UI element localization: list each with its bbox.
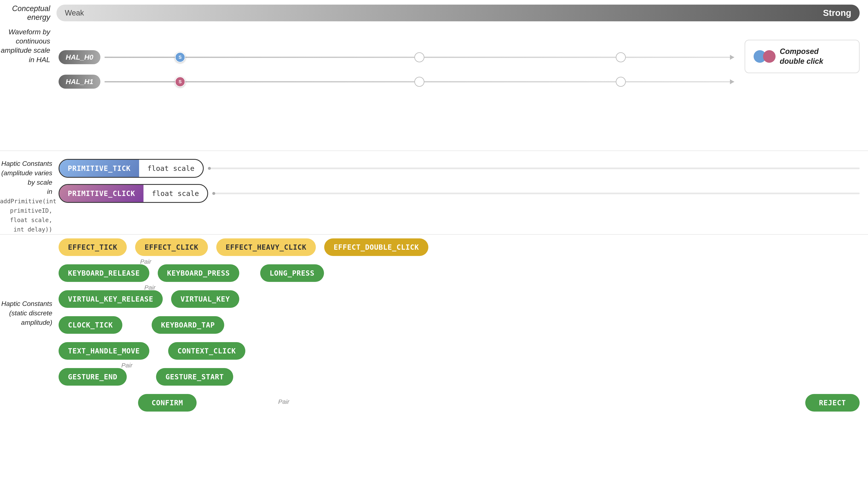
energy-weak-label: Weak [65,8,84,18]
primitives-section: PRIMITIVE_TICK float scale PRIMITIVE_CLI… [59,159,860,209]
hal-h0-dot-start[interactable]: S [175,52,185,63]
primitive-click-indicator [212,192,215,195]
hal-section: HAL_H0 S HAL_H1 S [59,42,860,99]
keyboard-release-pill[interactable]: KEYBOARD_RELEASE [59,264,149,282]
hal-h0-label: HAL_H0 [59,50,100,64]
primitive-tick-param: float scale [148,164,194,172]
hal-h1-dot-start[interactable]: S [175,76,185,87]
composed-circles [753,50,776,63]
primitive-click-param: float scale [152,189,199,198]
conceptual-energy-label: Conceptual energy [0,4,57,22]
clock-tick-pill[interactable]: CLOCK_TICK [59,316,122,334]
hal-h0-circle-mid[interactable] [414,52,424,62]
hal-h1-label: HAL_H1 [59,75,100,89]
haptic-constants-discrete-label: Haptic Constants(static discreteamplitud… [0,299,57,327]
divider-2 [0,234,868,235]
hal-h0-s-label: S [179,55,182,60]
energy-strong-label: Strong [823,8,851,18]
keyboard-press-pill[interactable]: KEYBOARD_PRESS [158,264,240,282]
pair-label-4: Pair [278,398,289,405]
effect-row-7: CONFIRM Pair REJECT [59,394,860,412]
hal-h1-circle-end[interactable] [616,77,626,87]
energy-bar: Weak Strong [57,5,860,21]
primitives-label-section: Haptic Constants(amplitude varies by sca… [0,159,57,234]
hal-h0-track[interactable]: S [104,57,734,58]
hal-h0-circle-end[interactable] [616,52,626,62]
composed-double-click-box: Composeddouble click [745,40,860,73]
primitive-click-row: PRIMITIVE_CLICK float scale [59,184,860,203]
primitives-label: Haptic Constants(amplitude varies by sca… [0,159,52,234]
context-click-pill[interactable]: CONTEXT_CLICK [168,342,245,360]
pair-label-2: Pair [144,284,155,291]
hal-h1-row: HAL_H1 S [59,75,860,89]
long-press-pill[interactable]: LONG_PRESS [260,264,324,282]
effect-row-4: CLOCK_TICK KEYBOARD_TAP [59,316,860,334]
primitive-tick-indicator [208,167,211,170]
primitive-click-name: PRIMITIVE_CLICK [68,189,135,198]
effect-heavy-click-pill[interactable]: EFFECT_HEAVY_CLICK [216,238,316,256]
page: Conceptual energy Weak Strong Waveform b… [0,0,868,486]
effect-click-pill[interactable]: EFFECT_CLICK [135,238,208,256]
effect-double-click-pill[interactable]: EFFECT_DOUBLE_CLICK [324,238,428,256]
waveform-label: Waveform by continuous amplitude scale i… [0,27,50,64]
text-handle-move-pill[interactable]: TEXT_HANDLE_MOVE [59,342,149,360]
confirm-pill[interactable]: CONFIRM [138,394,196,412]
primitive-click-right: float scale [144,185,207,202]
pair-label-1: Pair [140,258,151,265]
gesture-end-pill[interactable]: GESTURE_END [59,368,127,386]
primitive-tick-pill[interactable]: PRIMITIVE_TICK float scale [59,159,204,178]
add-primitive-code: addPrimitive(int primitiveID, float scal… [0,198,57,233]
effect-tick-pill[interactable]: EFFECT_TICK [59,238,127,256]
gesture-start-pill[interactable]: GESTURE_START [156,368,233,386]
divider-1 [0,151,868,151]
reject-pill[interactable]: REJECT [805,394,860,412]
primitive-tick-track[interactable] [208,167,860,169]
primitive-tick-right: float scale [139,160,203,177]
composed-double-click-label: Composeddouble click [780,46,823,66]
hal-h1-track[interactable]: S [104,81,734,83]
effect-row-3: VIRTUAL_KEY_RELEASE Pair VIRTUAL_KEY [59,290,860,308]
haptic-constants-discrete-text: Haptic Constants(static discreteamplitud… [1,300,52,326]
primitive-tick-row: PRIMITIVE_TICK float scale [59,159,860,178]
primitive-tick-name: PRIMITIVE_TICK [68,164,131,172]
waveform-label-section: Waveform by continuous amplitude scale i… [0,27,57,64]
hal-h0-row: HAL_H0 S [59,50,860,64]
virtual-key-pill[interactable]: VIRTUAL_KEY [171,290,239,308]
effect-row-6: GESTURE_END Pair GESTURE_START [59,368,860,386]
effects-grid: EFFECT_TICK EFFECT_CLICK EFFECT_HEAVY_CL… [59,238,860,420]
energy-bar-container: Weak Strong [57,5,860,21]
primitive-click-track[interactable] [212,193,860,194]
effect-row-1: EFFECT_TICK EFFECT_CLICK EFFECT_HEAVY_CL… [59,238,860,256]
primitive-click-pill[interactable]: PRIMITIVE_CLICK float scale [59,184,208,203]
pair-label-3: Pair [121,362,132,369]
virtual-key-release-pill[interactable]: VIRTUAL_KEY_RELEASE [59,290,163,308]
hal-h1-s-label: S [179,79,182,85]
bottom-section: Haptic Constants(static discreteamplitud… [0,236,868,486]
conceptual-energy-section: Conceptual energy Weak Strong [0,4,868,22]
composed-circle-pink [763,50,776,63]
primitive-tick-left: PRIMITIVE_TICK [59,160,139,177]
hal-h1-circle-mid[interactable] [414,77,424,87]
keyboard-tap-pill[interactable]: KEYBOARD_TAP [152,316,224,334]
effect-row-2: KEYBOARD_RELEASE Pair KEYBOARD_PRESS LON… [59,264,860,282]
primitive-click-left: PRIMITIVE_CLICK [59,185,144,202]
effect-row-5: TEXT_HANDLE_MOVE CONTEXT_CLICK [59,342,860,360]
